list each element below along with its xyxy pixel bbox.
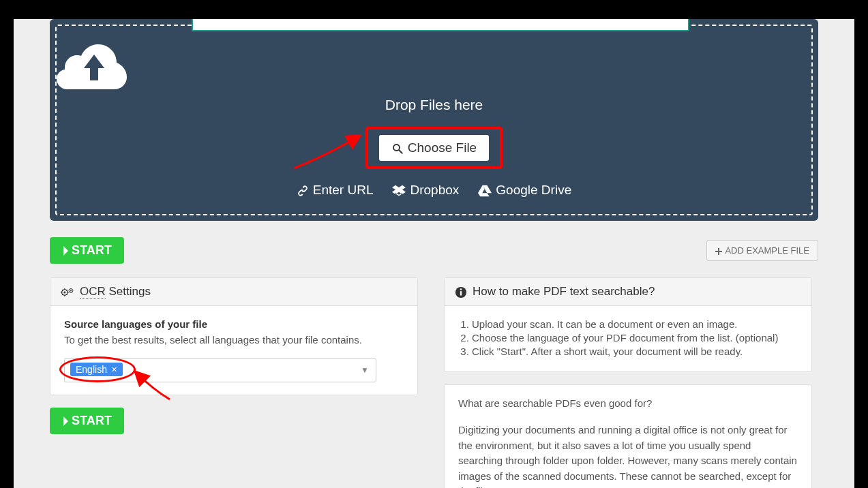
cloud-upload-icon [57, 38, 811, 93]
choose-file-highlight: Choose File [365, 127, 503, 169]
svg-point-13 [70, 290, 72, 291]
google-drive-icon [478, 183, 492, 198]
start-label: START [72, 414, 112, 428]
svg-point-16 [460, 288, 462, 290]
svg-line-1 [399, 150, 402, 153]
svg-line-10 [62, 294, 63, 294]
chevron-down-icon: ▼ [361, 365, 369, 375]
link-icon [297, 183, 309, 198]
language-tag-label: English [76, 364, 107, 375]
howto-header: How to make PDF text searchable? [445, 278, 811, 306]
enter-url-link[interactable]: Enter URL [297, 183, 374, 198]
dropzone-container: Drop Files here Choose File [50, 19, 818, 221]
svg-point-3 [63, 291, 65, 293]
howto-title: How to make PDF text searchable? [473, 285, 655, 299]
add-example-label: ADD EXAMPLE FILE [725, 245, 809, 256]
alt-source-row: Enter URL Dropbox Google Drive [57, 183, 811, 198]
svg-line-9 [66, 294, 67, 294]
dropzone[interactable]: Drop Files here Choose File [55, 25, 813, 215]
info-icon [455, 285, 467, 299]
ocr-title-acronym: OCR [80, 285, 106, 299]
dropbox-link[interactable]: Dropbox [392, 183, 459, 198]
ocr-title-suffix: Settings [106, 285, 151, 298]
start-button-bottom[interactable]: START [50, 408, 124, 434]
svg-rect-15 [460, 291, 462, 295]
top-teal-strip [192, 19, 689, 31]
ocr-settings-panel: OCR Settings Source languages of your fi… [50, 277, 418, 395]
svg-line-8 [62, 290, 63, 290]
source-lang-heading: Source languages of your file [64, 318, 404, 330]
info-body: Digitizing your documents and running a … [458, 423, 798, 488]
info-heading: What are searchable PDFs even good for? [458, 397, 798, 409]
language-tag: English ✕ [70, 363, 123, 376]
list-item: Click "Start". After a short wait, your … [472, 346, 798, 357]
info-panel: What are searchable PDFs even good for? … [444, 384, 812, 488]
source-lang-desc: To get the best results, select all lang… [64, 334, 404, 346]
plus-icon [715, 245, 722, 256]
list-item: Upload your scan. It can be a document o… [472, 318, 798, 330]
remove-language-icon[interactable]: ✕ [111, 365, 117, 374]
gears-icon [61, 285, 74, 299]
dropbox-label: Dropbox [410, 183, 459, 198]
choose-file-label: Choose File [408, 140, 477, 155]
chevron-right-icon [62, 243, 69, 258]
drop-label: Drop Files here [57, 97, 811, 113]
start-button-top[interactable]: START [50, 237, 124, 264]
list-item: Choose the language of your PDF document… [472, 332, 798, 344]
chevron-right-icon [62, 414, 69, 428]
google-drive-label: Google Drive [496, 183, 571, 198]
ocr-panel-header: OCR Settings [50, 278, 417, 306]
search-icon [391, 140, 404, 155]
enter-url-label: Enter URL [313, 183, 374, 198]
dropbox-icon [392, 183, 406, 198]
svg-line-11 [66, 290, 67, 290]
choose-file-button[interactable]: Choose File [379, 135, 489, 161]
add-example-file-button[interactable]: ADD EXAMPLE FILE [706, 240, 818, 261]
howto-panel: How to make PDF text searchable? Upload … [444, 277, 812, 372]
howto-steps-list: Upload your scan. It can be a document o… [458, 318, 798, 357]
annotation-arrow-1 [290, 131, 365, 172]
google-drive-link[interactable]: Google Drive [478, 183, 571, 198]
start-label: START [72, 243, 112, 258]
language-select[interactable]: English ✕ ▼ [64, 358, 376, 382]
